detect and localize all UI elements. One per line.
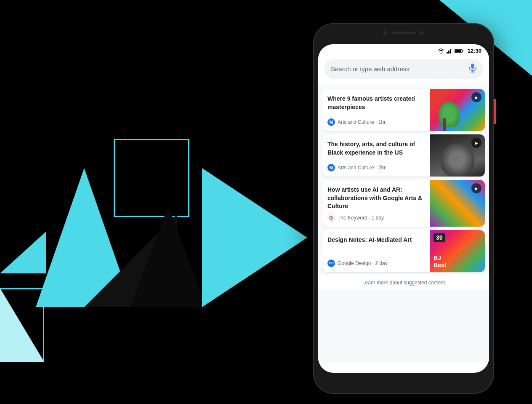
feed-footer: Learn more about suggested content [318, 276, 489, 290]
card-1-title: Where 9 famous artists created masterpie… [327, 95, 425, 115]
card-3-title: How artists use AI and AR: collaboration… [327, 186, 425, 211]
search-bar-container[interactable]: Search or type web address [318, 56, 489, 84]
svg-rect-7 [471, 64, 474, 69]
card-2-content: The history, arts, and culture of Black … [322, 134, 430, 177]
feed-card-4[interactable]: Design Notes: AI-Mediated Art GD Google … [322, 230, 485, 272]
card-4-title: Design Notes: AI-Mediated Art [327, 236, 425, 256]
phone-notch [383, 31, 424, 35]
svg-rect-3 [452, 48, 452, 54]
card-2-source-icon: M [327, 164, 335, 171]
card-1-source-icon: M [327, 118, 335, 126]
dark-triangle-mid [130, 206, 206, 307]
outline-rectangle-mid [114, 139, 189, 217]
camera-dot-2 [420, 31, 424, 35]
svg-rect-0 [447, 52, 448, 54]
card-3-play-button[interactable]: ▶ [471, 183, 481, 193]
side-button [494, 99, 496, 124]
svg-rect-6 [462, 50, 463, 51]
wifi-icon [438, 48, 444, 54]
status-icons: 12:30 [438, 48, 481, 54]
mic-icon[interactable] [469, 63, 476, 75]
phone-screen: 12:30 Search or type web address [318, 44, 489, 373]
status-time: 12:30 [468, 48, 481, 54]
card-2-image: ▶ [430, 134, 485, 177]
card-2-title: The history, arts, and culture of Black … [327, 140, 425, 161]
status-bar: 12:30 [318, 44, 489, 56]
card-1-content: Where 9 famous artists created masterpie… [322, 89, 430, 131]
feed-card-3[interactable]: How artists use AI and AR: collaboration… [322, 180, 485, 227]
card-2-source-label: Arts and Culture · 2hr [338, 165, 386, 171]
search-placeholder: Search or type web address [331, 65, 465, 72]
card-4-badge-text: BJ Best [434, 254, 446, 269]
card-3-content: How artists use AI and AR: collaboration… [322, 180, 430, 227]
phone-body: 12:30 Search or type web address [313, 23, 494, 394]
dark-triangle-left [84, 214, 177, 307]
card-4-episode-badge: 39 [434, 233, 445, 242]
feed-area[interactable]: Where 9 famous artists created masterpie… [318, 84, 489, 362]
cyan-triangle-bottom-right [202, 168, 307, 307]
card-4-image: 39 BJ Best [430, 230, 485, 272]
svg-rect-5 [455, 50, 461, 52]
card-2-play-button[interactable]: ▶ [471, 138, 481, 148]
card-1-source-label: Arts and Culture · 1hr [338, 119, 386, 125]
cyan-triangle-mid-left [0, 189, 46, 273]
card-3-source-label: The Keyword · 1 day [338, 215, 384, 221]
search-bar[interactable]: Search or type web address [324, 59, 483, 79]
card-4-source-label: Google Design · 2 day [338, 260, 388, 266]
card-4-source: GD Google Design · 2 day [327, 260, 425, 267]
card-3-source: The Keyword · 1 day [327, 214, 425, 222]
card-3-image: ▶ [430, 180, 485, 227]
outline-rectangle-bottom-left [0, 288, 44, 362]
signal-icon [447, 48, 452, 54]
card-1-source: M Arts and Culture · 1hr [327, 118, 425, 126]
cyan-triangle-large-left [36, 168, 133, 307]
card-4-content: Design Notes: AI-Mediated Art GD Google … [322, 230, 430, 272]
svg-rect-1 [448, 51, 450, 54]
camera-dot [383, 31, 388, 35]
feed-card-2[interactable]: The history, arts, and culture of Black … [322, 134, 485, 177]
svg-rect-2 [450, 49, 451, 54]
card-1-play-button[interactable]: ▶ [471, 92, 481, 102]
feed-card-1[interactable]: Where 9 famous artists created masterpie… [322, 89, 485, 131]
card-3-source-icon [327, 214, 335, 222]
learn-more-link[interactable]: Learn more [362, 280, 388, 286]
battery-icon [455, 48, 464, 54]
card-1-image: ▶ [430, 89, 485, 131]
cyan-fill-bottom-left [0, 288, 44, 362]
speaker-bar [391, 32, 416, 34]
card-2-source: M Arts and Culture · 2hr [327, 164, 425, 171]
footer-text: about suggested content [388, 280, 445, 286]
card-4-source-icon: GD [327, 260, 335, 267]
phone-wrapper: 12:30 Search or type web address [313, 23, 494, 394]
